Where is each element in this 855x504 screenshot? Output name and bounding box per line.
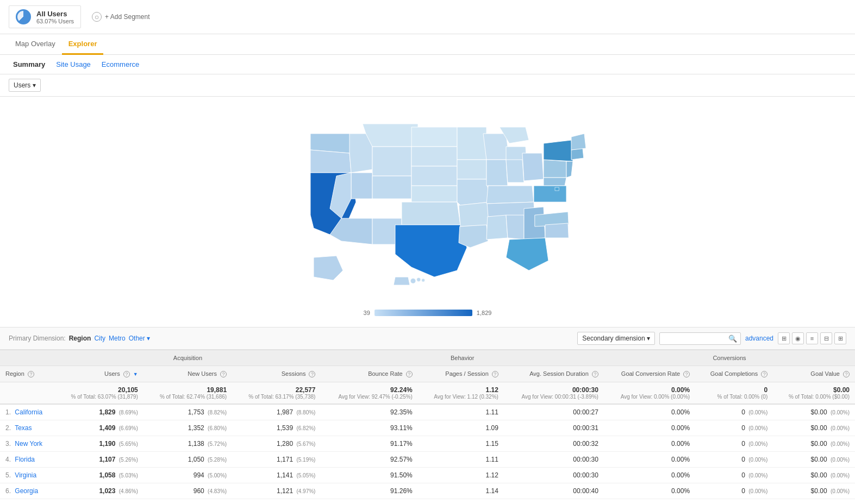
dim-metro[interactable]: Metro [109,335,126,342]
table-row: 3. New York 1,190 (5.65%) 1,138 (5.72%) … [0,436,855,452]
subtab-ecommerce[interactable]: Ecommerce [97,58,143,71]
dim-city[interactable]: City [94,335,105,342]
secondary-dimension-dropdown[interactable]: Secondary dimension ▾ [577,332,655,345]
users-sort-icon[interactable]: ▼ [133,371,138,377]
col-region: Region ? [0,366,54,382]
new-users-info-icon[interactable]: ? [220,371,227,377]
row-goal-value: $0.00 (0.00%) [773,483,855,499]
goal-value-info-icon[interactable]: ? [843,371,850,377]
col-goal-conv-rate: Goal Conversion Rate ? [604,366,695,382]
tab-map-overlay[interactable]: Map Overlay [9,34,62,55]
region-link[interactable]: Florida [15,456,35,463]
region-link[interactable]: New York [15,440,42,448]
row-pages-session: 1.12 [418,468,504,483]
metric-chevron-icon: ▾ [33,81,36,89]
col-avg-session: Avg. Session Duration ? [504,366,604,382]
pages-session-info-icon[interactable]: ? [492,371,498,377]
row-sessions: 1,539 (6.82%) [232,420,321,436]
map-container: 39 1,829 [0,97,855,327]
metric-dropdown[interactable]: Users ▾ [9,79,41,92]
total-goal-conv-rate: 0.00% Avg for View: 0.00% (0.00%) [604,382,695,405]
row-users: 1,058 (5.03%) [54,468,143,483]
legend-min: 39 [364,310,370,316]
tab-explorer[interactable]: Explorer [62,34,104,55]
row-users: 1,829 (8.69%) [54,404,143,420]
segment-pct: 63.07% Users [36,18,74,24]
segment-name: All Users [36,10,74,18]
advanced-link[interactable]: advanced [745,335,773,342]
svg-point-3 [416,278,420,281]
row-goal-value: $0.00 (0.00%) [773,404,855,420]
all-users-segment[interactable]: All Users 63.07% Users [9,5,81,28]
col-goal-value: Goal Value ? [773,366,855,382]
total-pages-session: 1.12 Avg for View: 1.12 (0.32%) [418,382,504,405]
row-rank: 4. [5,456,11,463]
row-rank: 5. [5,471,11,479]
row-pages-session: 1.15 [418,436,504,452]
row-rank: 2. [5,424,11,432]
subtab-site-usage[interactable]: Site Usage [52,58,95,71]
chart-view-icon[interactable]: ◉ [792,332,804,344]
row-new-users: 994 (5.00%) [143,468,232,483]
region-info-icon[interactable]: ? [28,371,34,377]
region-link[interactable]: Texas [15,424,32,432]
sessions-info-icon[interactable]: ? [309,371,315,377]
row-goal-completions: 0 (0.00%) [695,420,773,436]
region-link[interactable]: Virginia [15,471,36,479]
row-users: 1,190 (5.65%) [54,436,143,452]
row-goal-conv-rate: 0.00% [604,452,695,468]
us-map[interactable] [254,108,602,303]
svg-rect-1 [555,187,559,191]
row-bounce-rate: 92.35% [321,404,417,420]
table-view-icon[interactable]: ⊞ [778,332,790,344]
row-sessions: 1,987 (8.80%) [232,404,321,420]
row-rank: 3. [5,440,11,448]
dim-region[interactable]: Region [69,335,91,342]
secondary-dim-label: Secondary dimension ▾ [582,335,650,342]
col-header-conversions: Conversions [604,350,855,366]
row-new-users: 960 (4.83%) [143,483,232,499]
primary-dim-label: Primary Dimension: [9,335,66,342]
table-row: 5. Virginia 1,058 (5.03%) 994 (5.00%) 1,… [0,468,855,483]
list-view-icon[interactable]: ≡ [806,332,818,344]
row-avg-session: 00:00:27 [504,404,604,420]
add-segment-icon: ○ [92,12,102,22]
row-goal-conv-rate: 0.00% [604,436,695,452]
pivot-view-icon[interactable]: ⊟ [820,332,832,344]
region-link[interactable]: Georgia [15,487,38,495]
add-segment-button[interactable]: ○ + Add Segment [92,12,149,22]
avg-session-info-icon[interactable]: ? [592,371,598,377]
legend-max: 1,829 [477,310,492,316]
row-pages-session: 1.14 [418,483,504,499]
row-bounce-rate: 91.50% [321,468,417,483]
row-new-users: 1,050 (5.28%) [143,452,232,468]
row-goal-value: $0.00 (0.00%) [773,436,855,452]
row-goal-completions: 0 (0.00%) [695,468,773,483]
row-goal-conv-rate: 0.00% [604,468,695,483]
dim-other[interactable]: Other ▾ [129,335,150,342]
search-icon: 🔍 [728,335,737,343]
row-bounce-rate: 91.17% [321,436,417,452]
row-pages-session: 1.11 [418,452,504,468]
row-avg-session: 00:00:32 [504,436,604,452]
controls-bar: Primary Dimension: Region City Metro Oth… [0,327,855,350]
svg-point-4 [421,279,425,282]
bounce-rate-info-icon[interactable]: ? [406,371,413,377]
compare-view-icon[interactable]: ⊞ [834,332,846,344]
search-input[interactable] [663,335,728,342]
row-pages-session: 1.09 [418,420,504,436]
svg-point-2 [410,278,416,284]
totals-row: 20,105 % of Total: 63.07% (31,879) 19,88… [0,382,855,405]
subtab-summary[interactable]: Summary [9,58,49,71]
goal-completions-info-icon[interactable]: ? [761,371,767,377]
row-goal-value: $0.00 (0.00%) [773,420,855,436]
row-new-users: 1,753 (8.82%) [143,404,232,420]
col-header-behavior: Behavior [321,350,603,366]
col-sessions: Sessions ? [232,366,321,382]
goal-conv-rate-info-icon[interactable]: ? [683,371,690,377]
row-rank: 1. [5,408,11,416]
users-info-icon[interactable]: ? [123,371,130,377]
col-users: Users ? ▼ [54,366,143,382]
region-link[interactable]: California [15,408,42,416]
row-goal-completions: 0 (0.00%) [695,404,773,420]
